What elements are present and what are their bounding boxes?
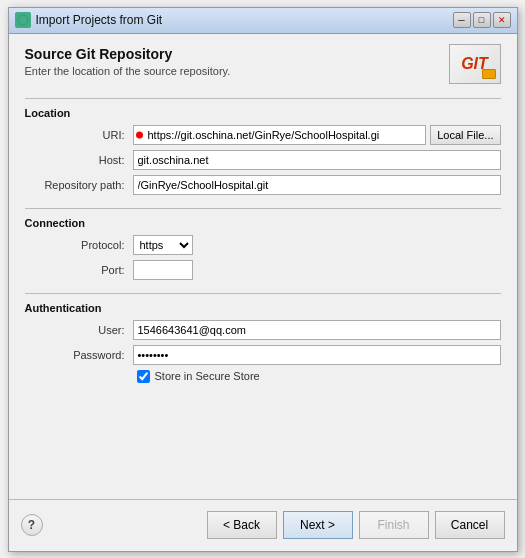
local-file-button[interactable]: Local File... xyxy=(430,125,500,145)
location-label: Location xyxy=(25,107,501,119)
protocol-field: https http git ssh xyxy=(133,235,501,255)
nav-buttons: < Back Next > Finish Cancel xyxy=(207,511,505,539)
back-button[interactable]: < Back xyxy=(207,511,277,539)
protocol-select[interactable]: https http git ssh xyxy=(133,235,193,255)
title-bar-text: Import Projects from Git xyxy=(36,13,453,27)
authentication-section: Authentication User: Password: Store in … xyxy=(25,302,501,383)
user-input[interactable] xyxy=(133,320,501,340)
port-label: Port: xyxy=(25,264,133,276)
user-label: User: xyxy=(25,324,133,336)
store-checkbox[interactable] xyxy=(137,370,150,383)
section-title: Source Git Repository xyxy=(25,46,231,62)
bottom-bar: ? < Back Next > Finish Cancel xyxy=(9,499,517,551)
title-bar: Import Projects from Git ─ □ ✕ xyxy=(9,8,517,34)
host-field xyxy=(133,150,501,170)
port-input[interactable] xyxy=(133,260,193,280)
close-button[interactable]: ✕ xyxy=(493,12,511,28)
uri-input[interactable] xyxy=(133,125,427,145)
password-label: Password: xyxy=(25,349,133,361)
uri-label: URI: xyxy=(25,129,133,141)
title-bar-controls: ─ □ ✕ xyxy=(453,12,511,28)
repo-path-row: Repository path: xyxy=(25,175,501,195)
finish-button[interactable]: Finish xyxy=(359,511,429,539)
header-text: Source Git Repository Enter the location… xyxy=(25,46,231,77)
location-separator xyxy=(25,208,501,209)
host-row: Host: xyxy=(25,150,501,170)
repo-path-field xyxy=(133,175,501,195)
uri-row: URI: Local File... xyxy=(25,125,501,145)
header-section: Source Git Repository Enter the location… xyxy=(25,46,501,84)
host-input[interactable] xyxy=(133,150,501,170)
location-section: Location URI: Local File... Host: xyxy=(25,107,501,200)
user-field xyxy=(133,320,501,340)
connection-label: Connection xyxy=(25,217,501,229)
password-field xyxy=(133,345,501,365)
repo-path-input[interactable] xyxy=(133,175,501,195)
git-logo-decoration xyxy=(482,69,496,79)
protocol-row: Protocol: https http git ssh xyxy=(25,235,501,255)
cancel-button[interactable]: Cancel xyxy=(435,511,505,539)
store-row: Store in Secure Store xyxy=(137,370,501,383)
svg-point-0 xyxy=(18,15,28,25)
connection-section: Connection Protocol: https http git ssh … xyxy=(25,217,501,285)
next-button[interactable]: Next > xyxy=(283,511,353,539)
uri-field: Local File... xyxy=(133,125,501,145)
maximize-button[interactable]: □ xyxy=(473,12,491,28)
password-input[interactable] xyxy=(133,345,501,365)
help-button[interactable]: ? xyxy=(21,514,43,536)
main-window: Import Projects from Git ─ □ ✕ Source Gi… xyxy=(8,7,518,552)
store-label[interactable]: Store in Secure Store xyxy=(155,370,260,382)
user-row: User: xyxy=(25,320,501,340)
password-row: Password: xyxy=(25,345,501,365)
authentication-label: Authentication xyxy=(25,302,501,314)
section-subtitle: Enter the location of the source reposit… xyxy=(25,65,231,77)
repo-path-label: Repository path: xyxy=(25,179,133,191)
protocol-label: Protocol: xyxy=(25,239,133,251)
header-separator xyxy=(25,98,501,99)
uri-indicator xyxy=(136,131,143,138)
host-label: Host: xyxy=(25,154,133,166)
port-row: Port: xyxy=(25,260,501,280)
minimize-button[interactable]: ─ xyxy=(453,12,471,28)
git-logo: GIT xyxy=(449,44,501,84)
main-content: Source Git Repository Enter the location… xyxy=(9,34,517,499)
window-icon xyxy=(15,12,31,28)
connection-separator xyxy=(25,293,501,294)
port-field xyxy=(133,260,501,280)
